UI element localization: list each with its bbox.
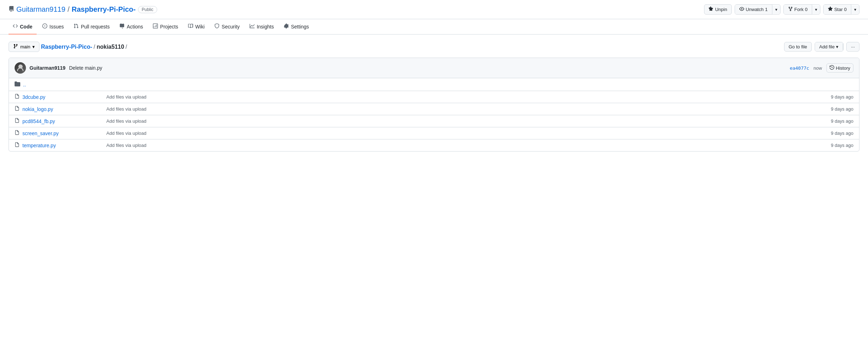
tab-issues-label: Issues [49, 24, 64, 30]
repo-name-link[interactable]: Raspberry-Pi-Pico- [71, 5, 135, 14]
file-icon [15, 142, 20, 148]
history-icon [830, 65, 834, 71]
main-content: main ▾ Raspberry-Pi-Pico- / nokia5110 / … [0, 34, 868, 159]
unwatch-button[interactable]: Unwatch 1 [735, 5, 772, 14]
parent-dir-row[interactable]: .. [9, 78, 859, 91]
unpin-button[interactable]: Unpin [704, 4, 732, 15]
tab-issues[interactable]: Issues [38, 19, 68, 34]
fork-label: Fork [794, 7, 804, 12]
file-commit-msg: Add files via upload [101, 118, 831, 124]
settings-icon [284, 23, 289, 30]
file-icon [15, 130, 20, 136]
repo-separator: / [68, 5, 70, 14]
branch-selector[interactable]: main ▾ [9, 42, 39, 52]
file-icon [15, 118, 20, 124]
fork-count: 0 [805, 7, 808, 12]
tab-code[interactable]: Code [9, 19, 37, 34]
breadcrumb-bar: main ▾ Raspberry-Pi-Pico- / nokia5110 / … [9, 42, 859, 52]
history-label: History [836, 65, 850, 71]
commit-info-right: ea4077c now History [790, 63, 853, 73]
star-icon [828, 6, 833, 12]
history-button[interactable]: History [826, 63, 853, 73]
branch-name: main [20, 44, 30, 49]
file-name-link[interactable]: temperature.py [22, 143, 101, 148]
star-dropdown-arrow[interactable]: ▾ [851, 5, 859, 14]
tab-wiki[interactable]: Wiki [184, 19, 209, 34]
actions-icon [119, 23, 124, 30]
top-bar: Guitarman9119 / Raspberry-Pi-Pico- Publi… [0, 0, 868, 19]
tab-actions-label: Actions [127, 24, 143, 30]
file-commit-msg: Add files via upload [101, 106, 831, 112]
file-name-link[interactable]: screen_saver.py [22, 131, 101, 136]
tab-security[interactable]: Security [210, 19, 244, 34]
repo-title: Guitarman9119 / Raspberry-Pi-Pico- Publi… [9, 5, 157, 14]
wiki-icon [188, 23, 193, 30]
breadcrumb-trail: / [126, 44, 127, 50]
top-actions: Unpin Unwatch 1 ▾ Fork 0 ▾ [704, 4, 859, 15]
security-icon [214, 23, 219, 30]
tab-security-label: Security [222, 24, 240, 30]
file-name-link[interactable]: nokia_logo.py [22, 106, 101, 112]
star-count: 0 [844, 7, 847, 12]
file-icon [15, 94, 20, 100]
file-time: 9 days ago [831, 143, 853, 148]
breadcrumb-repo-link[interactable]: Raspberry-Pi-Pico- [41, 44, 92, 50]
add-file-label: Add file [819, 44, 835, 49]
commit-message: Delete main.py [69, 65, 102, 71]
unwatch-btn-split: Unwatch 1 ▾ [735, 4, 781, 15]
code-icon [13, 23, 18, 30]
projects-icon [153, 23, 158, 30]
file-commit-msg: Add files via upload [101, 94, 831, 100]
file-time: 9 days ago [831, 94, 853, 100]
breadcrumb-current-dir: nokia5110 [97, 44, 124, 50]
commit-time: now [814, 65, 822, 71]
breadcrumb-sep: / [94, 44, 95, 50]
add-file-button[interactable]: Add file ▾ [815, 42, 843, 51]
more-options-label: ··· [851, 44, 855, 49]
breadcrumb-path: Raspberry-Pi-Pico- / nokia5110 / [41, 44, 127, 50]
commit-info-left: Guitarman9119 Delete main.py [15, 62, 102, 74]
fork-dropdown-arrow[interactable]: ▾ [812, 5, 820, 14]
pullrequests-icon [74, 23, 79, 30]
fork-button[interactable]: Fork 0 [784, 5, 812, 14]
avatar [15, 62, 26, 74]
list-item: pcd8544_fb.py Add files via upload 9 day… [9, 115, 859, 127]
star-btn-split: Star 0 ▾ [823, 4, 859, 15]
commit-hash[interactable]: ea4077c [790, 65, 809, 71]
insights-icon [250, 23, 255, 30]
commit-author[interactable]: Guitarman9119 [30, 65, 65, 71]
tab-settings[interactable]: Settings [279, 19, 313, 34]
unpin-label: Unpin [715, 7, 727, 12]
tab-projects[interactable]: Projects [149, 19, 182, 34]
file-icon [15, 106, 20, 112]
tab-settings-label: Settings [291, 24, 309, 30]
file-commit-msg: Add files via upload [101, 131, 831, 136]
file-commit-msg: Add files via upload [101, 143, 831, 148]
more-options-button[interactable]: ··· [846, 42, 859, 52]
go-to-file-button[interactable]: Go to file [784, 42, 812, 52]
tab-actions[interactable]: Actions [115, 19, 147, 34]
file-name-link[interactable]: 3dcube.py [22, 94, 101, 100]
file-time: 9 days ago [831, 106, 853, 112]
tab-pullrequests-label: Pull requests [81, 24, 110, 30]
nav-tabs: Code Issues Pull requests Actions Projec… [0, 19, 868, 34]
repo-icon [9, 6, 14, 13]
tab-projects-label: Projects [160, 24, 178, 30]
repo-owner-link[interactable]: Guitarman9119 [16, 5, 65, 14]
file-table: Guitarman9119 Delete main.py ea4077c now… [9, 58, 859, 152]
list-item: screen_saver.py Add files via upload 9 d… [9, 127, 859, 139]
fork-icon [788, 6, 793, 12]
list-item: 3dcube.py Add files via upload 9 days ag… [9, 91, 859, 103]
tab-insights[interactable]: Insights [245, 19, 278, 34]
commit-row: Guitarman9119 Delete main.py ea4077c now… [9, 58, 859, 78]
unwatch-icon [739, 6, 744, 12]
tab-pullrequests[interactable]: Pull requests [69, 19, 114, 34]
star-button[interactable]: Star 0 [824, 5, 851, 14]
issues-icon [42, 23, 47, 30]
unwatch-dropdown-arrow[interactable]: ▾ [772, 5, 780, 14]
list-item: temperature.py Add files via upload 9 da… [9, 139, 859, 151]
parent-dir-label: .. [23, 82, 26, 87]
star-label: Star [834, 7, 843, 12]
file-name-link[interactable]: pcd8544_fb.py [22, 118, 101, 124]
tab-insights-label: Insights [257, 24, 274, 30]
